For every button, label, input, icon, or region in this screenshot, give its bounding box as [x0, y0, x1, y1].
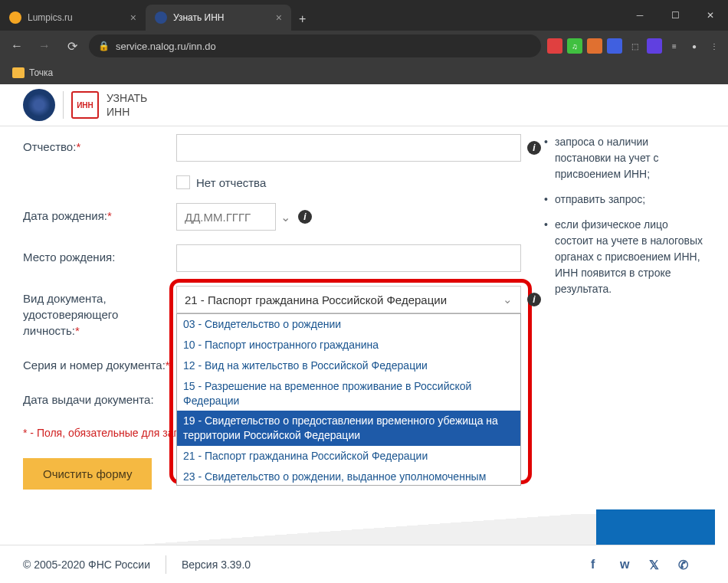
label-docdate: Дата выдачи документа:	[23, 387, 176, 408]
sidebar-help: запроса о наличии постановки на учет с п…	[544, 134, 705, 490]
info-icon[interactable]: i	[298, 210, 312, 224]
phone-icon[interactable]: ✆	[678, 558, 692, 572]
back-button[interactable]: ←	[6, 35, 28, 57]
site-header: ИНН УЗНАТЬ ИНН	[0, 84, 728, 126]
close-window-button[interactable]: ✕	[693, 0, 728, 31]
tab-title: Узнать ИНН	[173, 12, 225, 23]
new-tab-button[interactable]: +	[291, 12, 313, 26]
forward-button[interactable]: →	[34, 35, 55, 57]
playlist-icon[interactable]: ≡	[667, 38, 682, 54]
dropdown-option[interactable]: 12 - Вид на жительство в Российской Феде…	[177, 355, 520, 376]
browser-tab-active[interactable]: Узнать ИНН ×	[146, 5, 291, 31]
label-birthdate: Дата рождения:*	[23, 203, 176, 224]
ext-icon[interactable]	[647, 38, 662, 54]
doctype-dropdown[interactable]: 03 - Свидетельство о рождении 10 - Паспо…	[176, 313, 521, 486]
ext-icon[interactable]: ⬚	[627, 38, 642, 54]
select-value: 21 - Паспорт гражданина Российской Федер…	[185, 293, 447, 306]
page-title: УЗНАТЬ ИНН	[107, 91, 147, 119]
ext-icon[interactable]: ♫	[567, 38, 582, 54]
birthplace-input[interactable]	[176, 244, 521, 272]
favicon	[9, 11, 21, 24]
ext-icon[interactable]	[607, 38, 622, 54]
dropdown-option[interactable]: 21 - Паспорт гражданина Российской Федер…	[177, 446, 520, 467]
label-patronymic: Отчество:*	[23, 134, 176, 155]
dropdown-option[interactable]: 03 - Свидетельство о рождении	[177, 314, 520, 335]
fns-logo	[23, 89, 55, 121]
help-item: запроса о наличии постановки на учет с п…	[544, 134, 705, 182]
reload-button[interactable]: ⟳	[61, 35, 83, 57]
ext-icon[interactable]	[587, 38, 602, 54]
bookmark-item[interactable]: Точка	[29, 67, 53, 78]
maximize-button[interactable]: ☐	[657, 0, 693, 31]
folder-icon	[12, 67, 25, 78]
info-icon[interactable]: i	[527, 293, 541, 306]
address-bar[interactable]: 🔒 service.nalog.ru/inn.do	[89, 34, 541, 57]
submit-button-partial[interactable]	[596, 509, 715, 546]
ext-icon[interactable]	[547, 38, 562, 54]
favicon	[155, 11, 167, 24]
page-content: ИНН УЗНАТЬ ИНН Отчество:* i Нет отчества	[0, 84, 728, 583]
close-tab-icon[interactable]: ×	[276, 11, 282, 24]
dropdown-option[interactable]: 15 - Разрешение на временное проживание …	[177, 376, 520, 411]
patronymic-input[interactable]	[176, 134, 521, 162]
birthdate-input[interactable]	[176, 203, 276, 231]
copyright: © 2005-2020 ФНС России	[23, 558, 150, 571]
chevron-down-icon[interactable]: ⌄	[280, 210, 290, 224]
label-birthplace: Место рождения:	[23, 244, 176, 265]
label-doctype: Вид документа, удостоверяющего личность:…	[23, 286, 176, 339]
version: Версия 3.39.0	[182, 558, 251, 571]
no-patronymic-checkbox[interactable]	[176, 175, 190, 189]
help-item: если физическое лицо состоит на учете в …	[544, 217, 705, 297]
facebook-icon[interactable]: f	[591, 558, 605, 572]
browser-toolbar: ← → ⟳ 🔒 service.nalog.ru/inn.do ♫ ⬚ ≡ ● …	[0, 31, 728, 61]
account-icon[interactable]: ●	[687, 38, 702, 54]
checkbox-label: Нет отчества	[196, 176, 266, 189]
dropdown-option[interactable]: 10 - Паспорт иностранного гражданина	[177, 335, 520, 355]
twitter-icon[interactable]: 𝕏	[649, 558, 663, 572]
info-icon[interactable]: i	[527, 141, 541, 155]
dropdown-option[interactable]: 23 - Свидетельство о рождении, выданное …	[177, 467, 520, 486]
minimize-button[interactable]: ─	[622, 0, 657, 31]
bookmarks-bar: Точка	[0, 61, 728, 84]
label-docnum: Серия и номер документа:*	[23, 352, 176, 373]
inn-logo: ИНН	[71, 91, 99, 119]
browser-tab[interactable]: Lumpics.ru ×	[0, 5, 146, 31]
site-footer: © 2005-2020 ФНС России Версия 3.39.0 f w…	[0, 545, 715, 583]
vk-icon[interactable]: w	[620, 558, 634, 572]
close-tab-icon[interactable]: ×	[130, 11, 136, 24]
lock-icon: 🔒	[98, 41, 110, 51]
clear-form-button[interactable]: Очистить форму	[23, 458, 152, 490]
menu-icon[interactable]: ⋮	[707, 38, 722, 54]
dropdown-option-hover[interactable]: 19 - Свидетельство о предоставлении врем…	[177, 411, 520, 446]
url-text: service.nalog.ru/inn.do	[116, 41, 216, 52]
window-titlebar: Lumpics.ru × Узнать ИНН × + ─ ☐ ✕	[0, 0, 728, 31]
help-item: отправить запрос;	[544, 192, 705, 208]
doctype-select[interactable]: 21 - Паспорт гражданина Российской Федер…	[176, 286, 521, 313]
tab-title: Lumpics.ru	[28, 12, 73, 23]
chevron-down-icon: ⌄	[503, 293, 513, 306]
